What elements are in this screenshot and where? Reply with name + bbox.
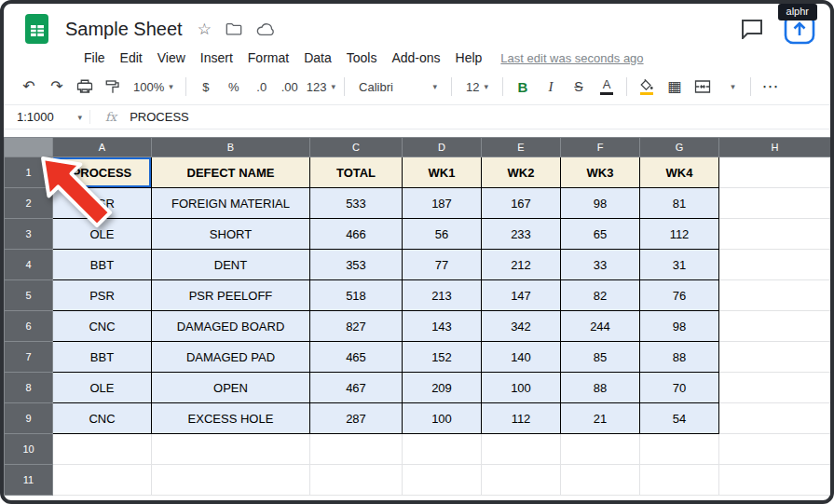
- column-header-g[interactable]: G: [640, 138, 719, 157]
- cell-G11[interactable]: [640, 465, 719, 496]
- name-box[interactable]: 1:1000 ▾: [4, 110, 89, 124]
- cell-F10[interactable]: [561, 434, 640, 465]
- document-title[interactable]: Sample Sheet: [65, 19, 183, 40]
- cell-C7[interactable]: 465: [310, 342, 403, 373]
- cell-E1[interactable]: WK2: [482, 157, 561, 188]
- row-header-11[interactable]: 11: [5, 465, 53, 496]
- column-header-d[interactable]: D: [403, 138, 482, 157]
- cell-E3[interactable]: 233: [482, 219, 561, 250]
- fill-color-button[interactable]: [636, 75, 658, 99]
- cell-D8[interactable]: 209: [403, 373, 482, 403]
- merge-options-caret[interactable]: ▾: [719, 75, 742, 99]
- last-edit-status[interactable]: Last edit was seconds ago: [500, 51, 643, 65]
- cell-C4[interactable]: 353: [310, 250, 403, 280]
- column-header-f[interactable]: F: [561, 138, 640, 157]
- cell-C1[interactable]: TOTAL: [310, 157, 403, 188]
- row-header-1[interactable]: 1: [5, 157, 53, 188]
- cell-G9[interactable]: 54: [640, 403, 719, 434]
- cell-F5[interactable]: 82: [561, 280, 640, 311]
- cell-C6[interactable]: 827: [310, 311, 403, 342]
- decrease-decimal-button[interactable]: .0: [251, 75, 273, 99]
- cell-C5[interactable]: 518: [310, 280, 403, 311]
- formula-input[interactable]: PROCESS: [130, 110, 189, 124]
- cell-D3[interactable]: 56: [403, 219, 482, 250]
- column-header-c[interactable]: C: [310, 138, 403, 157]
- column-header-b[interactable]: B: [152, 138, 310, 157]
- row-header-6[interactable]: 6: [5, 311, 53, 342]
- cell-C8[interactable]: 467: [310, 373, 403, 403]
- menu-view[interactable]: View: [150, 48, 193, 67]
- cell-C10[interactable]: [310, 434, 403, 465]
- zoom-select[interactable]: 100%▾: [130, 75, 177, 99]
- row-header-10[interactable]: 10: [5, 434, 53, 465]
- cell-D4[interactable]: 77: [403, 250, 482, 280]
- increase-decimal-button[interactable]: .00: [279, 75, 301, 99]
- cell-G6[interactable]: 98: [640, 311, 719, 342]
- font-size-select[interactable]: 12▾: [460, 75, 494, 99]
- borders-icon[interactable]: ▦: [663, 75, 686, 99]
- cell-C9[interactable]: 287: [310, 403, 403, 434]
- column-header-e[interactable]: E: [482, 138, 561, 157]
- italic-button[interactable]: I: [540, 75, 562, 99]
- cell-A1[interactable]: PROCESS: [53, 157, 152, 188]
- cell-F2[interactable]: 98: [561, 188, 640, 219]
- cell-F6[interactable]: 244: [561, 311, 640, 342]
- cell-H8[interactable]: [719, 373, 831, 403]
- cell-A10[interactable]: [53, 434, 152, 465]
- cell-D1[interactable]: WK1: [403, 157, 482, 188]
- cell-D5[interactable]: 213: [403, 280, 482, 311]
- comment-icon[interactable]: [741, 19, 763, 39]
- bold-button[interactable]: B: [512, 75, 534, 99]
- cell-F7[interactable]: 85: [561, 342, 640, 373]
- row-header-2[interactable]: 2: [5, 188, 53, 219]
- strikethrough-button[interactable]: S: [567, 75, 590, 99]
- menu-edit[interactable]: Edit: [113, 48, 150, 67]
- cell-E8[interactable]: 100: [482, 373, 561, 403]
- cell-B9[interactable]: EXCESS HOLE: [152, 403, 310, 434]
- cell-D10[interactable]: [403, 434, 482, 465]
- cell-H3[interactable]: [719, 219, 831, 250]
- cell-H6[interactable]: [719, 311, 831, 342]
- cell-H5[interactable]: [719, 280, 831, 311]
- redo-icon[interactable]: ↷: [46, 75, 68, 99]
- menu-tools[interactable]: Tools: [339, 48, 385, 67]
- move-folder-icon[interactable]: [226, 21, 242, 36]
- cell-D9[interactable]: 100: [403, 403, 482, 434]
- cell-F3[interactable]: 65: [561, 219, 640, 250]
- cell-E11[interactable]: [482, 465, 561, 496]
- cell-A3[interactable]: OLE: [53, 219, 152, 250]
- row-header-8[interactable]: 8: [5, 373, 53, 403]
- cell-C3[interactable]: 466: [310, 219, 403, 250]
- cell-B8[interactable]: OPEN: [152, 373, 310, 403]
- cell-B1[interactable]: DEFECT NAME: [152, 157, 310, 188]
- row-header-5[interactable]: 5: [5, 280, 53, 311]
- cell-B6[interactable]: DAMAGED BOARD: [152, 311, 310, 342]
- cell-H11[interactable]: [719, 465, 831, 496]
- row-header-9[interactable]: 9: [5, 403, 53, 434]
- cell-A11[interactable]: [53, 465, 152, 496]
- cell-A2[interactable]: PSR: [53, 188, 152, 219]
- menu-help[interactable]: Help: [448, 48, 490, 67]
- font-family-select[interactable]: Calibri▾: [353, 75, 443, 99]
- cell-H4[interactable]: [719, 250, 831, 280]
- cell-B4[interactable]: DENT: [152, 250, 310, 280]
- menu-format[interactable]: Format: [240, 48, 296, 67]
- cell-F1[interactable]: WK3: [561, 157, 640, 188]
- cell-B2[interactable]: FOREIGN MATERIAL: [152, 188, 310, 219]
- cell-G5[interactable]: 76: [640, 280, 719, 311]
- cell-G3[interactable]: 112: [640, 219, 719, 250]
- cell-H2[interactable]: [719, 188, 831, 219]
- column-header-h[interactable]: H: [719, 138, 831, 157]
- row-header-4[interactable]: 4: [5, 250, 53, 280]
- row-header-3[interactable]: 3: [5, 219, 53, 250]
- cell-A8[interactable]: OLE: [53, 373, 152, 403]
- cell-D6[interactable]: 143: [403, 311, 482, 342]
- cell-E2[interactable]: 167: [482, 188, 561, 219]
- cell-E9[interactable]: 112: [482, 403, 561, 434]
- cell-B3[interactable]: SHORT: [152, 219, 310, 250]
- cell-G8[interactable]: 70: [640, 373, 719, 403]
- cell-C2[interactable]: 533: [310, 188, 403, 219]
- cell-B11[interactable]: [152, 465, 310, 496]
- more-formats-button[interactable]: 123▾: [307, 75, 335, 99]
- cell-B10[interactable]: [152, 434, 310, 465]
